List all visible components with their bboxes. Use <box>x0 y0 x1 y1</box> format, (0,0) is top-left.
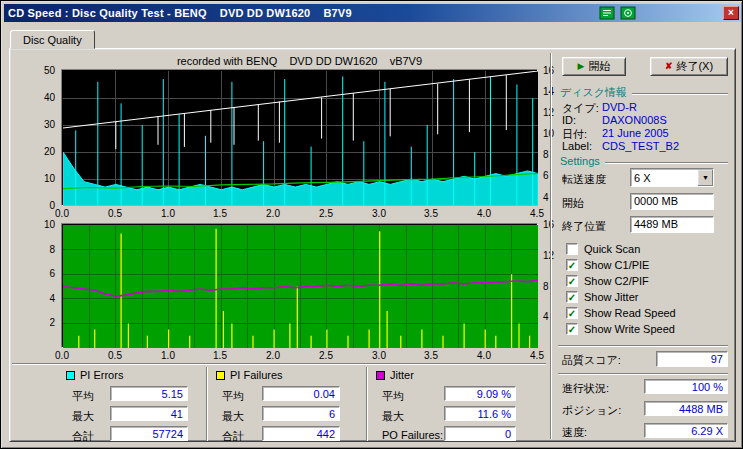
score-separator-bottom <box>558 373 728 375</box>
axis-tick-label: 8 <box>543 149 549 160</box>
disc-label-value: CDS_TEST_B2 <box>602 140 679 152</box>
axis-tick-label: 40 <box>44 92 55 103</box>
top-chart-left-axis: 01020304050 <box>34 70 58 205</box>
jitter-max-label: 最大 <box>382 409 404 424</box>
disc-date-value: 21 June 2005 <box>602 127 669 139</box>
legend-divider-2 <box>366 367 368 441</box>
tab-disc-quality[interactable]: Disc Quality <box>10 30 95 49</box>
quick-scan-checkbox[interactable] <box>566 243 578 255</box>
show-c1-pie-checkbox[interactable]: ✓ <box>566 259 578 271</box>
main-panel: recorded with BENQ DVD DD DW1620 vB7V9 0… <box>9 48 736 442</box>
side-panel-separator <box>550 53 552 439</box>
show-jitter-label: Show Jitter <box>584 291 638 303</box>
pie-total-label: 合計 <box>72 429 94 444</box>
show-c1-pie-label: Show C1/PIE <box>584 259 649 271</box>
axis-tick-label: 3.5 <box>424 350 438 361</box>
quick-scan-label: Quick Scan <box>584 243 640 255</box>
end-position-field[interactable]: 4489 MB <box>630 216 714 233</box>
axis-tick-label: 10 <box>44 219 55 230</box>
chart-book-icon[interactable] <box>599 6 615 20</box>
pi-errors-legend: PI Errors <box>66 369 123 381</box>
pie-max-label: 最大 <box>72 409 94 424</box>
axis-tick-label: 1.0 <box>161 350 175 361</box>
save-disc-icon[interactable] <box>620 6 636 20</box>
window-title: CD Speed : Disc Quality Test - BENQ DVD … <box>4 7 352 19</box>
po-failures-value: 0 <box>444 426 516 441</box>
chevron-down-icon[interactable]: ▼ <box>697 170 713 186</box>
axis-tick-label: 3.5 <box>424 208 438 219</box>
chart-header-text: recorded with BENQ DVD DD DW1620 vB7V9 <box>62 55 537 67</box>
start-button[interactable]: ▶ 開始 <box>562 57 626 76</box>
show-read-speed-checkbox[interactable]: ✓ <box>566 307 578 319</box>
start-position-label: 開始 <box>562 196 584 211</box>
position-label: ポジション: <box>562 403 621 418</box>
bottom-chart <box>61 223 538 348</box>
axis-tick-label: 12 <box>543 250 554 261</box>
end-position-label: 終了位置 <box>562 219 606 234</box>
axis-tick-label: 3.0 <box>372 350 386 361</box>
axis-tick-label: 14 <box>543 86 554 97</box>
settings-title: Settings <box>560 155 600 167</box>
quality-score-label: 品質スコア: <box>562 353 621 368</box>
settings-rule <box>605 162 728 164</box>
axis-tick-label: 2.5 <box>319 208 333 219</box>
jitter-avg-value: 9.09 % <box>444 386 516 401</box>
axis-tick-label: 4.0 <box>477 208 491 219</box>
axis-tick-label: 30 <box>44 119 55 130</box>
axis-tick-label: 12 <box>543 107 554 118</box>
show-jitter-checkbox[interactable]: ✓ <box>566 291 578 303</box>
bottom-chart-plot <box>63 225 538 348</box>
axis-tick-label: 10 <box>44 173 55 184</box>
pif-max-value: 6 <box>262 406 340 421</box>
axis-tick-label: 4 <box>543 192 549 203</box>
axis-tick-label: 4.5 <box>530 350 544 361</box>
speed-select[interactable]: 6 X ▼ <box>630 168 714 187</box>
top-chart <box>61 69 538 206</box>
axis-tick-label: 2 <box>49 317 55 328</box>
pie-avg-label: 平均 <box>72 389 94 404</box>
pie-total-value: 57724 <box>110 426 188 441</box>
axis-tick-label: 4.0 <box>477 350 491 361</box>
close-button[interactable]: × <box>723 6 739 20</box>
po-failures-label: PO Failures: <box>382 429 443 441</box>
axis-tick-label: 1.5 <box>213 350 227 361</box>
axis-tick-label: 8 <box>49 244 55 255</box>
axis-tick-label: 3.0 <box>372 208 386 219</box>
jitter-legend: Jitter <box>376 369 414 381</box>
scan-speed-value: 6.29 X <box>644 423 728 438</box>
quality-score-value: 97 <box>656 351 728 367</box>
show-c2-pif-checkbox[interactable]: ✓ <box>566 275 578 287</box>
axis-tick-label: 10 <box>543 128 554 139</box>
show-c2-pif-label: Show C2/PIF <box>584 275 649 287</box>
axis-tick-label: 2.0 <box>266 350 280 361</box>
jitter-avg-label: 平均 <box>382 389 404 404</box>
jitter-swatch <box>376 371 385 380</box>
axis-tick-label: 0.5 <box>108 350 122 361</box>
progress-label: 進行状況: <box>562 381 609 396</box>
start-button-label: 開始 <box>588 59 610 74</box>
show-write-speed-label: Show Write Speed <box>584 323 675 335</box>
axis-tick-label: 16 <box>543 219 554 230</box>
pie-avg-value: 5.15 <box>110 386 188 401</box>
disc-info-header: ディスク情報 <box>560 85 728 100</box>
titlebar[interactable]: CD Speed : Disc Quality Test - BENQ DVD … <box>4 4 741 22</box>
axis-tick-label: 4.5 <box>530 208 544 219</box>
start-icon: ▶ <box>578 62 585 71</box>
legend-separator <box>12 363 546 365</box>
pi-errors-label: PI Errors <box>80 369 123 381</box>
start-position-field[interactable]: 0000 MB <box>630 193 714 210</box>
axis-tick-label: 1.5 <box>213 208 227 219</box>
top-chart-plot <box>63 71 538 206</box>
top-chart-x-axis: 0.00.51.01.52.02.53.03.54.04.5 <box>62 208 544 220</box>
exit-button[interactable]: ✘ 終了(X) <box>650 57 728 76</box>
pif-avg-label: 平均 <box>222 389 244 404</box>
transfer-speed-label: 転送速度 <box>562 172 606 187</box>
pi-failures-legend: PI Failures <box>216 369 283 381</box>
disc-id-value: DAXON008S <box>602 114 667 126</box>
show-write-speed-checkbox[interactable]: ✓ <box>566 323 578 335</box>
pi-failures-swatch <box>216 371 225 380</box>
axis-tick-label: 50 <box>44 65 55 76</box>
scan-speed-label: 速度: <box>562 425 587 440</box>
axis-tick-label: 16 <box>543 65 554 76</box>
axis-tick-label: 4 <box>49 293 55 304</box>
